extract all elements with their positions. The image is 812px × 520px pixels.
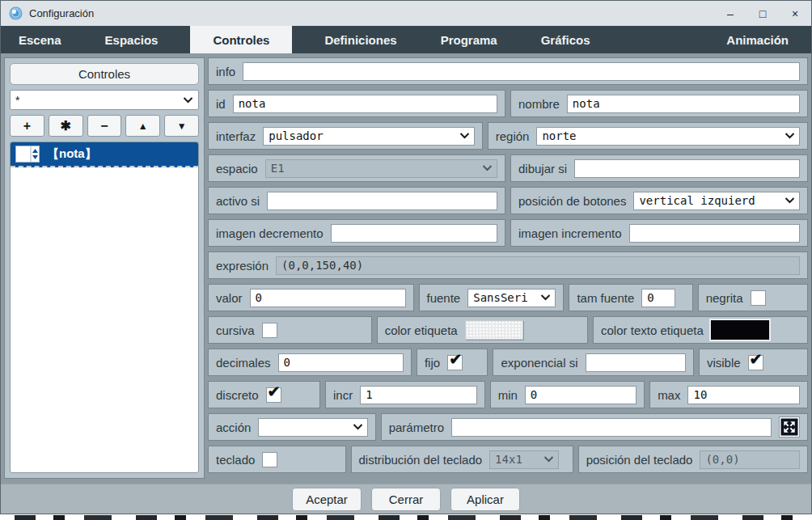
close-button[interactable]: × <box>779 1 811 26</box>
chevron-down-icon <box>183 97 193 104</box>
list-item-nota[interactable]: 【nota】 <box>11 142 198 167</box>
duplicate-control-button[interactable]: ✱ <box>49 115 83 137</box>
info-field: info <box>208 57 808 85</box>
app-logo-icon <box>9 6 23 20</box>
tab-animacion[interactable]: Animación <box>708 26 806 53</box>
tab-definiciones[interactable]: Definiciones <box>313 26 408 53</box>
control-filter-select[interactable]: * <box>10 90 199 110</box>
visible-field: visible <box>699 349 808 376</box>
accept-button[interactable]: Aceptar <box>292 488 362 511</box>
chevron-down-icon <box>482 165 493 171</box>
interfaz-label: interfaz <box>216 129 256 143</box>
info-label: info <box>216 65 235 78</box>
max-field: max <box>649 381 808 408</box>
fuente-select[interactable]: SansSeri <box>467 289 556 307</box>
main-tab-bar: Escena Espacios Controles Definiciones P… <box>1 26 811 53</box>
interfaz-select[interactable]: pulsador <box>263 127 475 146</box>
nombre-input[interactable] <box>567 95 800 113</box>
cursiva-checkbox[interactable] <box>262 323 277 338</box>
imagen-decremento-label: imagen decremento <box>216 226 324 240</box>
id-input[interactable] <box>233 95 497 113</box>
imagen-incremento-input[interactable] <box>629 224 800 243</box>
min-input[interactable] <box>525 386 636 404</box>
filter-value: * <box>15 94 180 107</box>
region-label: región <box>496 129 530 143</box>
fijo-label: fijo <box>425 356 440 370</box>
posicion-teclado-value: (0,0) <box>700 450 800 469</box>
region-select[interactable]: norte <box>536 127 800 146</box>
posicion-teclado-label: posición del teclado <box>586 453 693 467</box>
expresion-value: (0,0,150,40) <box>276 256 800 275</box>
max-input[interactable] <box>687 386 800 404</box>
distribucion-teclado-field: distribución del teclado 14x1 <box>351 446 573 473</box>
discreto-checkbox[interactable] <box>266 387 281 403</box>
chevron-down-icon <box>543 456 554 463</box>
color-etiqueta-swatch[interactable] <box>465 320 523 340</box>
incr-input[interactable] <box>360 386 476 404</box>
min-label: min <box>498 388 518 402</box>
apply-button[interactable]: Aplicar <box>450 488 520 511</box>
tam-fuente-label: tam fuente <box>577 291 634 305</box>
decimales-input[interactable] <box>278 353 404 372</box>
background-page-strip <box>0 514 812 520</box>
info-input[interactable] <box>243 62 800 81</box>
dibujar-si-input[interactable] <box>574 159 800 178</box>
exponencial-si-field: exponencial si <box>493 349 693 376</box>
tab-programa[interactable]: Programa <box>429 26 509 53</box>
color-texto-etiqueta-label: color texto etiqueta <box>601 323 704 337</box>
imagen-decremento-input[interactable] <box>331 224 497 243</box>
posicion-botones-field: posición de botones vertical izquierd <box>510 187 808 214</box>
minimize-button[interactable]: – <box>714 1 746 26</box>
move-control-down-button[interactable]: ▼ <box>164 115 199 137</box>
incr-field: incr <box>325 381 485 408</box>
min-field: min <box>490 381 645 408</box>
dibujar-si-label: dibujar si <box>518 162 567 175</box>
tab-controles[interactable]: Controles <box>190 26 292 53</box>
close-dialog-button[interactable]: Cerrar <box>371 488 441 511</box>
fijo-field: fijo <box>417 349 488 376</box>
nombre-field: nombre <box>510 90 808 117</box>
distribucion-teclado-select: 14x1 <box>489 450 559 469</box>
parametro-input[interactable] <box>451 418 772 437</box>
accion-field: acción <box>208 413 376 441</box>
tab-espacios[interactable]: Espacios <box>94 26 170 53</box>
maximize-button[interactable]: □ <box>746 1 779 26</box>
color-texto-etiqueta-field: color texto etiqueta <box>593 316 808 344</box>
exponencial-si-input[interactable] <box>586 353 686 372</box>
tab-graficos[interactable]: Gráficos <box>530 26 602 53</box>
discreto-label: discreto <box>216 388 259 402</box>
posicion-botones-select[interactable]: vertical izquierd <box>633 192 800 210</box>
color-texto-etiqueta-swatch[interactable] <box>711 320 769 340</box>
teclado-checkbox[interactable] <box>262 452 277 467</box>
parametro-field: parámetro <box>381 413 808 441</box>
spinner-control-icon <box>15 146 40 163</box>
max-label: max <box>658 388 680 402</box>
dialog-footer: Aceptar Cerrar Aplicar <box>1 484 811 514</box>
posicion-teclado-field: posición del teclado (0,0) <box>578 446 808 473</box>
exponencial-si-label: exponencial si <box>501 356 577 370</box>
expand-editor-button[interactable] <box>779 416 800 438</box>
list-item-label: 【nota】 <box>47 146 97 162</box>
configuration-window: Configuración – □ × Escena Espacios Cont… <box>0 0 812 514</box>
nombre-label: nombre <box>518 97 560 111</box>
fijo-checkbox[interactable] <box>447 355 463 370</box>
tam-fuente-input[interactable] <box>641 289 675 307</box>
remove-control-button[interactable]: − <box>87 115 122 137</box>
accion-select[interactable] <box>258 418 367 437</box>
activo-si-input[interactable] <box>267 192 497 210</box>
valor-field: valor <box>208 284 414 311</box>
valor-label: valor <box>216 291 243 305</box>
tam-fuente-field: tam fuente <box>569 284 692 311</box>
move-control-up-button[interactable]: ▲ <box>125 115 160 137</box>
valor-input[interactable] <box>250 289 406 307</box>
negrita-checkbox[interactable] <box>751 290 766 306</box>
region-field: región norte <box>488 122 808 150</box>
controls-sidebar: Controles * + ✱ − ▲ ▼ <box>4 57 205 479</box>
tab-escena[interactable]: Escena <box>7 26 73 53</box>
accion-label: acción <box>216 421 251 434</box>
visible-label: visible <box>707 356 741 370</box>
sidebar-header: Controles <box>10 63 199 85</box>
visible-checkbox[interactable] <box>748 355 763 370</box>
chevron-down-icon <box>459 133 470 139</box>
add-control-button[interactable]: + <box>10 115 44 137</box>
